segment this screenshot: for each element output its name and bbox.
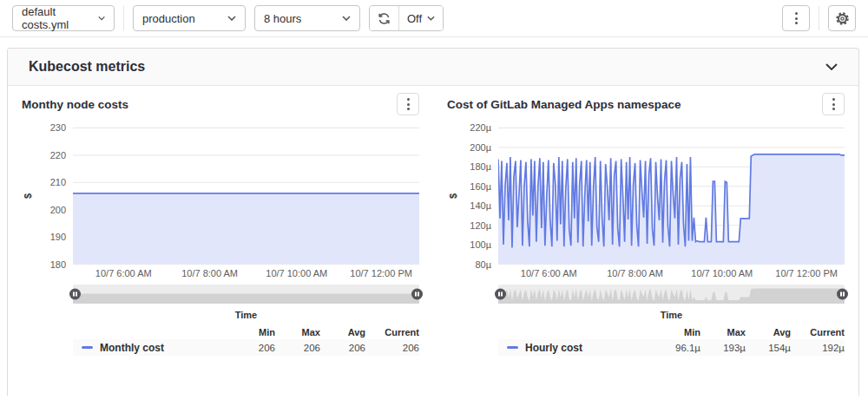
- series-min-value: 96.1µ: [655, 343, 700, 353]
- panel-title: Kubecost metrics: [29, 59, 145, 75]
- toolbar-divider: [123, 6, 124, 30]
- legend-col-max: Max: [700, 327, 746, 337]
- series-name: Hourly cost: [525, 342, 582, 354]
- chart-monthly-node-costs: Monthy node costs $ 230220210200190180 1…: [22, 91, 419, 356]
- x-tick-label: 10/7 8:00 AM: [607, 268, 663, 278]
- time-range-select-dropdown[interactable]: 8 hours: [254, 5, 360, 31]
- chart-plot-area[interactable]: [73, 128, 419, 265]
- chevron-down-icon: [98, 16, 105, 21]
- legend-col-avg: Avg: [746, 327, 791, 337]
- kebab-menu-icon: [795, 12, 798, 24]
- legend-series-row[interactable]: Monthly cost 206 206 206 206: [73, 339, 419, 356]
- refresh-icon: [378, 12, 391, 25]
- chart-legend: Min Max Avg Current Hourly cost 96.1µ 19…: [498, 324, 845, 356]
- auto-refresh-interval-dropdown[interactable]: Off: [398, 6, 443, 30]
- refresh-button-group: Off: [369, 5, 444, 31]
- legend-series-row[interactable]: Hourly cost 96.1µ 193µ 154µ 192µ: [498, 339, 845, 356]
- kebab-menu-icon: [407, 98, 410, 110]
- toolbar-divider: [819, 6, 819, 30]
- brush-handle-left[interactable]: [495, 289, 506, 300]
- gear-icon: [835, 11, 850, 26]
- panel-header[interactable]: Kubecost metrics: [8, 49, 858, 86]
- legend-col-current: Current: [365, 327, 419, 337]
- x-axis-title: Time: [498, 310, 845, 320]
- brush-data-shadow: [73, 285, 419, 304]
- series-min-value: 206: [230, 343, 275, 353]
- y-axis-tick-labels: 230220210200190180: [34, 128, 66, 265]
- dashboard-actions-kebab-button[interactable]: [782, 5, 810, 31]
- chevron-down-icon: [342, 16, 351, 21]
- x-axis-tick-labels: 10/7 6:00 AM10/7 8:00 AM10/7 10:00 AM10/…: [498, 265, 845, 280]
- series-current-value: 206: [365, 343, 419, 353]
- legend-col-min: Min: [230, 327, 275, 337]
- environment-select-dropdown[interactable]: production: [133, 5, 246, 31]
- time-range-brush[interactable]: [498, 285, 845, 304]
- brush-data-shadow: [498, 285, 845, 304]
- x-tick-label: 10/7 6:00 AM: [95, 268, 152, 278]
- chart-title: Cost of GitLab Managed Apps namespace: [447, 93, 681, 111]
- settings-button[interactable]: [828, 5, 856, 31]
- dashboard-select-dropdown[interactable]: default costs.yml: [12, 5, 115, 31]
- kubecost-metrics-panel: Kubecost metrics Monthy node costs $ 230…: [7, 48, 859, 396]
- auto-refresh-interval-value: Off: [407, 12, 422, 25]
- x-tick-label: 10/7 12:00 PM: [350, 268, 412, 278]
- y-axis-label: $: [448, 193, 458, 199]
- environment-select-value: production: [142, 12, 195, 25]
- chart-gitlab-managed-apps-cost: Cost of GitLab Managed Apps namespace $ …: [447, 91, 845, 356]
- x-tick-label: 10/7 8:00 AM: [181, 268, 238, 278]
- time-range-brush[interactable]: [73, 285, 419, 304]
- collapse-chevron-icon[interactable]: [825, 63, 838, 70]
- x-tick-label: 10/7 10:00 AM: [691, 268, 753, 278]
- chart-title: Monthy node costs: [22, 93, 128, 111]
- chevron-down-icon: [227, 16, 236, 21]
- time-range-select-value: 8 hours: [264, 12, 301, 25]
- series-current-value: 192µ: [791, 343, 845, 353]
- dashboard-select-value: default costs.yml: [22, 5, 91, 31]
- chart-actions-kebab-button[interactable]: [397, 93, 419, 115]
- chart-plot-area[interactable]: [498, 128, 845, 265]
- x-tick-label: 10/7 10:00 AM: [266, 268, 327, 278]
- refresh-button[interactable]: [370, 6, 398, 30]
- legend-col-avg: Avg: [320, 327, 365, 337]
- legend-col-current: Current: [791, 327, 845, 337]
- brush-handle-right[interactable]: [837, 289, 848, 300]
- series-avg-value: 206: [320, 343, 365, 353]
- series-name: Monthly cost: [100, 342, 164, 354]
- panel-body: Monthy node costs $ 230220210200190180 1…: [8, 86, 858, 356]
- dashboard-toolbar: default costs.yml production 8 hours Off: [0, 0, 868, 37]
- y-axis-tick-labels: 220µ200µ180µ160µ140µ120µ100µ80µ: [459, 128, 491, 265]
- kebab-menu-icon: [832, 98, 835, 110]
- legend-col-min: Min: [655, 327, 700, 337]
- chevron-down-icon: [427, 16, 435, 21]
- series-max-value: 193µ: [700, 343, 746, 353]
- x-axis-tick-labels: 10/7 6:00 AM10/7 8:00 AM10/7 10:00 AM10/…: [73, 265, 419, 280]
- legend-col-max: Max: [275, 327, 320, 337]
- chart-legend: Min Max Avg Current Monthly cost 206 206…: [73, 324, 419, 356]
- brush-handle-left[interactable]: [69, 289, 81, 300]
- x-tick-label: 10/7 6:00 AM: [521, 268, 577, 278]
- series-avg-value: 154µ: [746, 343, 791, 353]
- x-axis-title: Time: [73, 310, 419, 320]
- brush-handle-right[interactable]: [411, 289, 423, 300]
- chart-actions-kebab-button[interactable]: [822, 93, 845, 115]
- series-color-swatch: [82, 346, 93, 349]
- series-max-value: 206: [275, 343, 320, 353]
- x-tick-label: 10/7 12:00 PM: [775, 268, 838, 278]
- y-axis-label: $: [23, 193, 33, 199]
- series-color-swatch: [507, 346, 518, 349]
